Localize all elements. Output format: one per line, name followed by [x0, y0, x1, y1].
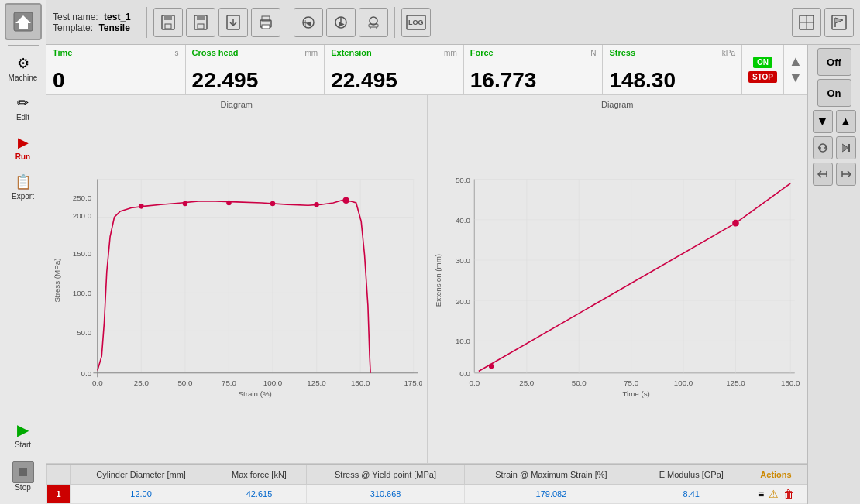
metric-extension-value: 22.495	[331, 70, 457, 91]
arrow-up-icon[interactable]: ▲	[789, 53, 803, 70]
metric-stress-value: 148.30	[609, 70, 735, 91]
run-icon: ▶	[18, 134, 29, 151]
export-button[interactable]	[218, 8, 248, 37]
svg-text:50.0: 50.0	[177, 379, 193, 387]
metric-crosshead: Cross head mm 22.495	[186, 45, 325, 94]
test-info: Test name: test_1 Template: Tensile	[53, 12, 131, 33]
log-button[interactable]: LOG	[401, 8, 431, 37]
e-modulus-value: 8.41	[638, 485, 745, 504]
sidebar-item-machine[interactable]: ⚙ Machine	[4, 50, 43, 87]
col-header-strain-max: Strain @ Maximum Strain [%]	[465, 465, 638, 485]
delete-action-icon[interactable]: 🗑	[783, 488, 794, 500]
svg-text:150.0: 150.0	[780, 379, 800, 387]
svg-text:Stress (MPa): Stress (MPa)	[53, 259, 61, 303]
sidebar-divider-1	[8, 45, 39, 46]
svg-text:LOG: LOG	[408, 19, 424, 26]
stop-button[interactable]: STOP	[748, 71, 777, 83]
skip-button[interactable]	[836, 136, 856, 159]
svg-text:100.0: 100.0	[263, 379, 283, 387]
expand-left-icon	[816, 167, 830, 181]
sidebar-stop-button[interactable]: Stop	[4, 457, 43, 496]
svg-text:125.0: 125.0	[726, 379, 745, 387]
stop-icon-btn[interactable]	[12, 461, 34, 483]
metric-force-value: 16.773	[470, 70, 597, 91]
down-arrow-icon: ▼	[817, 115, 829, 129]
sidebar-item-export[interactable]: 📋 Export	[4, 169, 43, 205]
sidebar-item-edit-label: Edit	[16, 113, 29, 122]
on-button[interactable]: ON	[753, 57, 772, 68]
svg-text:25.0: 25.0	[134, 379, 150, 387]
svg-rect-30	[832, 15, 846, 29]
sidebar-start-button[interactable]: ▶ Start	[4, 416, 43, 454]
col-header-emodulus: E Modulus [GPa]	[638, 465, 745, 485]
weight-button[interactable]	[359, 8, 388, 37]
svg-text:40.0: 40.0	[455, 216, 470, 225]
metric-extension: Extension mm 22.495	[325, 45, 464, 94]
arrow-down-icon[interactable]: ▼	[789, 70, 803, 86]
svg-text:Extension (mm): Extension (mm)	[433, 254, 442, 307]
print-button[interactable]	[251, 8, 280, 37]
diagram1-title: Diagram	[51, 100, 422, 109]
svg-point-69	[270, 201, 276, 207]
play-button[interactable]: ▶|	[326, 8, 356, 37]
metric-crosshead-value: 22.495	[192, 70, 318, 91]
up-arrow-button[interactable]: ▲	[836, 110, 856, 133]
sidebar-item-edit[interactable]: ✏ Edit	[4, 90, 43, 126]
cylinder-diameter-value: 12.00	[71, 485, 212, 504]
diagram-extension-time: Diagram	[428, 95, 808, 463]
svg-point-70	[314, 202, 319, 207]
list-action-icon[interactable]: ≡	[758, 488, 764, 500]
svg-text:100.0: 100.0	[673, 379, 693, 387]
flag-button[interactable]	[824, 8, 854, 37]
svg-text:150.0: 150.0	[73, 249, 92, 258]
svg-point-68	[226, 201, 232, 206]
down-arrow-button[interactable]: ▼	[813, 110, 833, 133]
svg-text:|◀: |◀	[304, 19, 311, 27]
metric-extension-unit: mm	[444, 49, 457, 57]
up-arrow-icon: ▲	[840, 115, 852, 129]
layout-button[interactable]	[792, 8, 821, 37]
save-as-button[interactable]: +	[186, 8, 215, 37]
svg-text:50.0: 50.0	[455, 176, 470, 184]
home-button[interactable]	[5, 3, 42, 40]
metric-crosshead-unit: mm	[305, 49, 318, 57]
toolbar-divider-3	[394, 7, 395, 38]
expand-left-button[interactable]	[813, 163, 833, 186]
svg-rect-14	[262, 25, 270, 29]
metric-time-value: 0	[53, 70, 179, 91]
off-button[interactable]: Off	[817, 48, 851, 76]
svg-text:▶|: ▶|	[339, 19, 347, 28]
diagram-stress-strain: Diagram	[46, 95, 428, 463]
diagrams-row: Diagram	[46, 95, 807, 464]
svg-text:250.0: 250.0	[73, 194, 92, 202]
svg-text:0.0: 0.0	[92, 379, 103, 387]
on-right-button[interactable]: On	[817, 79, 851, 107]
svg-text:25.0: 25.0	[519, 379, 535, 387]
diagram2-title: Diagram	[432, 100, 803, 109]
metric-crosshead-label: Cross head	[192, 48, 239, 57]
expand-right-button[interactable]	[836, 163, 856, 186]
svg-text:75.0: 75.0	[624, 379, 639, 387]
warning-action-icon[interactable]: ⚠	[769, 488, 779, 500]
svg-point-102	[488, 364, 494, 369]
start-label: Start	[15, 441, 31, 449]
extension-time-chart: 0.0 10.0 20.0 30.0 40.0 50.0 0.0 25.0 50…	[432, 111, 803, 458]
metric-time-unit: s	[175, 49, 179, 57]
svg-point-66	[139, 204, 144, 209]
template-value: Tensile	[98, 22, 129, 33]
loop-button[interactable]	[813, 136, 833, 159]
table-row: 1 12.00 42.615 310.668 179.082 8.41 ≡ ⚠	[47, 485, 807, 504]
metric-time-label: Time	[53, 48, 72, 57]
test-name-value: test_1	[104, 12, 131, 22]
metric-stress: Stress kPa 148.30	[603, 45, 742, 94]
save-button[interactable]	[153, 8, 183, 37]
table-area: Cylinder Diameter [mm] Max force [kN] St…	[46, 464, 807, 504]
expand-right-icon	[839, 167, 853, 181]
row-number: 1	[47, 485, 71, 504]
col-header-cylinder: Cylinder Diameter [mm]	[71, 465, 212, 485]
metric-arrows: ▲ ▼	[784, 45, 807, 94]
start-icon: ▶	[17, 420, 29, 439]
svg-text:30.0: 30.0	[455, 256, 470, 265]
sidebar-item-run[interactable]: ▶ Run	[4, 129, 43, 166]
reset-button[interactable]: |◀	[294, 8, 323, 37]
